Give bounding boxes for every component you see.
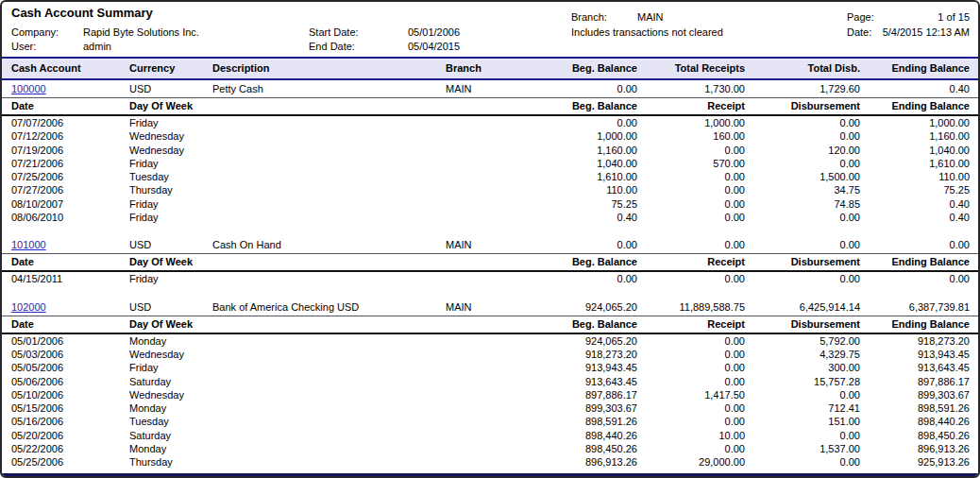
transaction-receipt-cell: 1,417.50 [637,388,745,401]
transaction-day-cell: Wednesday [129,129,531,143]
transaction-ending-balance-cell: 898,440.26 [860,415,970,428]
total-receipts-cell: 11,889,588.75 [637,299,745,316]
detail-header-receipt: Receipt [637,254,745,270]
transaction-row: 05/06/2006Saturday913,643.450.0015,757.2… [2,375,978,388]
branch-cell: MAIN [446,80,531,97]
transaction-disbursement-cell: 0.00 [745,211,860,224]
currency-cell: USD [129,299,212,316]
transaction-ending-balance-cell: 0.00 [860,272,970,285]
account-summary-row: 101000USDCash On HandMAIN0.000.000.000.0… [2,236,978,254]
transaction-beg-balance-cell: 898,440.26 [531,429,637,442]
transaction-receipt-cell: 0.00 [637,211,745,224]
transaction-row: 07/25/2006Tuesday1,610.000.001,500.00110… [2,170,978,183]
transaction-day-cell: Saturday [129,429,531,442]
report-note: Includes transactions not cleared [571,26,723,38]
transaction-receipt-cell: 0.00 [637,348,745,361]
detail-header-date: Date [11,254,129,270]
transaction-row: 05/03/2006Wednesday918,273.200.004,329.7… [2,348,978,361]
transaction-ending-balance-cell: 925,913.26 [860,455,970,469]
account-link[interactable]: 102000 [11,301,46,313]
transaction-ending-balance-cell: 1,160.00 [860,129,970,143]
transaction-row: 05/25/2006Thursday896,913.2629,000.000.0… [2,455,978,469]
user-value: admin [83,41,111,52]
account-section: 101000USDCash On HandMAIN0.000.000.000.0… [2,236,978,285]
transaction-row: 05/10/2006Wednesday897,886.171,417.500.0… [2,388,978,401]
description-cell: Petty Cash [212,80,446,97]
transaction-day-cell: Monday [129,334,531,348]
detail-header-row: DateDay Of WeekBeg. BalanceReceiptDisbur… [2,316,978,334]
transaction-row: 08/06/2010Friday0.400.000.000.40 [2,211,978,224]
account-section: 102000USDBank of America Checking USDMAI… [2,299,978,469]
transaction-beg-balance-cell: 110.00 [531,183,637,196]
transaction-row: 05/05/2006Friday913,943.450.00300.00913,… [2,361,978,374]
transaction-beg-balance-cell: 918,273.20 [531,348,637,361]
company-value: Rapid Byte Solutions Inc. [83,26,199,38]
account-link[interactable]: 100000 [11,83,46,94]
transaction-row: 05/01/2006Monday924,065.200.005,792.0091… [2,334,978,348]
transaction-date-cell: 08/06/2010 [11,211,129,224]
detail-header-day-of-week: Day Of Week [129,254,531,270]
transaction-date-cell: 07/19/2006 [11,144,129,157]
branch-value: MAIN [637,11,664,23]
transaction-row: 05/16/2006Tuesday898,591.260.00151.00898… [2,415,978,428]
transaction-disbursement-cell: 300.00 [745,361,860,374]
beg-balance-cell: 924,065.20 [531,299,637,316]
transaction-ending-balance-cell: 1,000.00 [860,116,970,129]
start-date-value: 05/01/2006 [408,26,460,38]
transaction-disbursement-cell: 34.75 [745,183,860,196]
transaction-beg-balance-cell: 1,610.00 [531,170,637,183]
ending-balance-cell: 6,387,739.81 [860,299,970,316]
transaction-disbursement-cell: 15,757.28 [745,375,860,388]
account-section: 100000USDPetty CashMAIN0.001,730.001,729… [2,80,978,224]
transaction-day-cell: Saturday [129,375,531,388]
detail-header-date: Date [11,98,129,114]
page-title: Cash Account Summary [11,8,153,19]
branch-cell: MAIN [446,236,531,253]
transaction-receipt-cell: 0.00 [637,401,745,415]
transaction-date-cell: 04/15/2011 [11,272,129,285]
transaction-row: 04/15/2011Friday0.000.000.000.00 [2,272,978,285]
transaction-date-cell: 05/20/2006 [11,429,129,442]
account-cell: 101000 [11,236,129,253]
transaction-beg-balance-cell: 0.00 [531,272,637,285]
total-disb-cell: 6,425,914.14 [745,299,860,316]
account-cell: 100000 [11,80,129,97]
transaction-disbursement-cell: 4,329.75 [745,348,860,361]
beg-balance-cell: 0.00 [531,236,637,253]
transaction-disbursement-cell: 0.00 [745,388,860,401]
transaction-row: 07/27/2006Thursday110.000.0034.7575.25 [2,183,978,196]
transaction-beg-balance-cell: 913,643.45 [531,375,637,388]
transaction-receipt-cell: 0.00 [637,361,745,374]
transaction-ending-balance-cell: 1,610.00 [860,157,970,170]
transaction-receipt-cell: 0.00 [637,442,745,455]
transaction-row: 05/15/2006Monday899,303.670.00712.41898,… [2,401,978,415]
transaction-receipt-cell: 0.00 [637,375,745,388]
transaction-ending-balance-cell: 897,886.17 [860,375,970,388]
transaction-day-cell: Friday [129,272,531,285]
currency-cell: USD [129,236,212,253]
account-summary-row: 102000USDBank of America Checking USDMAI… [2,299,978,316]
account-link[interactable]: 101000 [11,239,46,250]
transaction-date-cell: 05/16/2006 [11,415,129,428]
transaction-disbursement-cell: 74.85 [745,197,860,211]
account-sections: 100000USDPetty CashMAIN0.001,730.001,729… [2,80,978,469]
transaction-ending-balance-cell: 898,450.26 [860,429,970,442]
transaction-beg-balance-cell: 75.25 [531,197,637,211]
summary-header-beg-balance: Beg. Balance [531,59,637,78]
transaction-beg-balance-cell: 924,065.20 [531,334,637,348]
summary-header-currency: Currency [129,59,212,78]
total-disb-cell: 1,729.60 [745,80,860,97]
detail-header-beg-balance: Beg. Balance [531,316,637,333]
transaction-ending-balance-cell: 896,913.26 [860,442,970,455]
transaction-row: 07/07/2006Friday0.001,000.000.001,000.00 [2,116,978,129]
summary-header-total-disb: Total Disb. [745,59,860,78]
transaction-beg-balance-cell: 1,000.00 [531,129,637,143]
transaction-date-cell: 05/15/2006 [11,401,129,415]
beg-balance-cell: 0.00 [531,80,637,97]
report-page: Cash Account Summary Company: Rapid Byte… [0,0,980,478]
detail-header-row: DateDay Of WeekBeg. BalanceReceiptDisbur… [2,254,978,272]
end-date-label: End Date: [309,41,355,52]
user-label: User: [11,41,36,52]
transaction-receipt-cell: 0.00 [637,197,745,211]
report-header: Cash Account Summary Company: Rapid Byte… [2,2,978,57]
